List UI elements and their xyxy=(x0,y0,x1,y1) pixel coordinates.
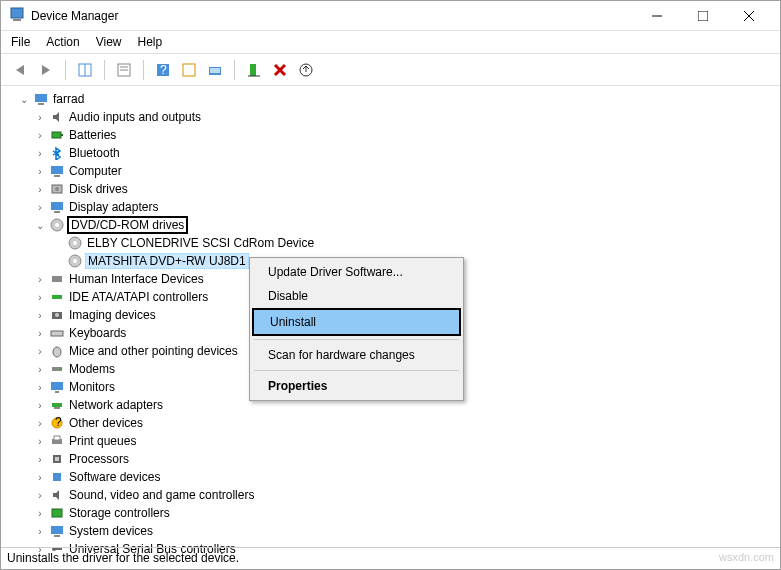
expand-icon[interactable]: › xyxy=(33,508,47,519)
disc-icon xyxy=(67,235,83,251)
svg-point-41 xyxy=(60,368,62,370)
svg-rect-53 xyxy=(52,509,62,517)
expand-icon[interactable]: › xyxy=(33,418,47,429)
expand-icon[interactable]: › xyxy=(33,364,47,375)
tree-dvd-category[interactable]: ⌄ DVD/CD-ROM drives xyxy=(3,216,778,234)
tree-item-label: Audio inputs and outputs xyxy=(67,110,203,124)
device-icon xyxy=(49,163,65,179)
expand-icon[interactable]: › xyxy=(33,166,47,177)
tree-item-label: Software devices xyxy=(67,470,162,484)
tree-item-label: Bluetooth xyxy=(67,146,122,160)
expand-icon[interactable]: › xyxy=(33,130,47,141)
svg-rect-26 xyxy=(51,202,63,210)
tree-item-label: Modems xyxy=(67,362,117,376)
context-uninstall[interactable]: Uninstall xyxy=(252,308,461,336)
tree-item[interactable]: ›Storage controllers xyxy=(3,504,778,522)
maximize-button[interactable] xyxy=(680,1,726,31)
tree-item-label: Mice and other pointing devices xyxy=(67,344,240,358)
status-bar: Uninstalls the driver for the selected d… xyxy=(1,547,780,569)
tree-item[interactable]: ›Batteries xyxy=(3,126,778,144)
expand-icon[interactable]: › xyxy=(33,202,47,213)
menu-action[interactable]: Action xyxy=(46,35,79,49)
device-icon xyxy=(49,505,65,521)
title-bar: Device Manager xyxy=(1,1,780,31)
expand-icon[interactable]: › xyxy=(33,436,47,447)
expand-icon[interactable]: › xyxy=(33,292,47,303)
expand-icon[interactable]: › xyxy=(33,472,47,483)
computer-icon xyxy=(33,91,49,107)
tree-item[interactable]: ›Display adapters xyxy=(3,198,778,216)
tree-item[interactable]: ›Computer xyxy=(3,162,778,180)
tree-item[interactable]: ›System devices xyxy=(3,522,778,540)
context-menu: Update Driver Software... Disable Uninst… xyxy=(249,257,464,401)
svg-text:?: ? xyxy=(160,63,167,77)
tree-item-label: Disk drives xyxy=(67,182,130,196)
context-disable[interactable]: Disable xyxy=(252,284,461,308)
tree-item[interactable]: ›Processors xyxy=(3,450,778,468)
device-icon xyxy=(49,109,65,125)
forward-button[interactable] xyxy=(35,59,57,81)
svg-rect-49 xyxy=(54,436,60,440)
properties-icon[interactable] xyxy=(113,59,135,81)
expand-icon[interactable]: › xyxy=(33,184,47,195)
expand-icon[interactable]: › xyxy=(33,328,47,339)
expand-icon[interactable]: › xyxy=(33,382,47,393)
tree-dvd-child[interactable]: ELBY CLONEDRIVE SCSI CdRom Device xyxy=(3,234,778,252)
tree-item[interactable]: ›Sound, video and game controllers xyxy=(3,486,778,504)
help-icon[interactable]: ? xyxy=(152,59,174,81)
tree-item[interactable]: ›Print queues xyxy=(3,432,778,450)
context-properties[interactable]: Properties xyxy=(252,374,461,398)
tree-item-label: Human Interface Devices xyxy=(67,272,206,286)
tree-item[interactable]: ›Bluetooth xyxy=(3,144,778,162)
expand-icon[interactable]: › xyxy=(33,526,47,537)
context-scan[interactable]: Scan for hardware changes xyxy=(252,343,461,367)
tree-item-label: Storage controllers xyxy=(67,506,172,520)
tree-item[interactable]: ›?Other devices xyxy=(3,414,778,432)
back-button[interactable] xyxy=(9,59,31,81)
context-separator xyxy=(254,370,459,371)
svg-rect-21 xyxy=(61,134,63,136)
expand-icon[interactable]: › xyxy=(33,490,47,501)
svg-rect-23 xyxy=(54,175,60,177)
svg-rect-43 xyxy=(55,391,59,393)
device-icon xyxy=(49,523,65,539)
svg-rect-45 xyxy=(54,407,60,409)
expand-icon[interactable]: › xyxy=(33,310,47,321)
toolbar: ? xyxy=(1,54,780,86)
device-icon xyxy=(49,145,65,161)
svg-point-37 xyxy=(55,313,59,317)
device-icon xyxy=(49,451,65,467)
device-icon xyxy=(49,469,65,485)
expand-icon[interactable]: ⌄ xyxy=(17,94,31,105)
expand-icon[interactable]: › xyxy=(33,346,47,357)
tree-root[interactable]: ⌄ farrad xyxy=(3,90,778,108)
scan-icon[interactable] xyxy=(204,59,226,81)
action-icon[interactable] xyxy=(178,59,200,81)
app-icon xyxy=(9,6,25,25)
expand-icon[interactable]: › xyxy=(33,454,47,465)
tree-item-label: Network adapters xyxy=(67,398,165,412)
watermark: wsxdn.com xyxy=(719,551,774,566)
expand-icon[interactable]: › xyxy=(33,274,47,285)
menu-file[interactable]: File xyxy=(11,35,30,49)
expand-icon[interactable]: › xyxy=(33,400,47,411)
menu-view[interactable]: View xyxy=(96,35,122,49)
uninstall-icon[interactable] xyxy=(269,59,291,81)
tree-item-label: Display adapters xyxy=(67,200,160,214)
enable-icon[interactable] xyxy=(243,59,265,81)
tree-item[interactable]: ›Disk drives xyxy=(3,180,778,198)
tree-item[interactable]: ›Software devices xyxy=(3,468,778,486)
svg-rect-42 xyxy=(51,382,63,390)
device-icon xyxy=(49,343,65,359)
close-button[interactable] xyxy=(726,1,772,31)
show-hide-icon[interactable] xyxy=(74,59,96,81)
context-update[interactable]: Update Driver Software... xyxy=(252,260,461,284)
minimize-button[interactable] xyxy=(634,1,680,31)
tree-item[interactable]: ›Audio inputs and outputs xyxy=(3,108,778,126)
expand-icon[interactable]: ⌄ xyxy=(33,220,47,231)
device-icon xyxy=(49,127,65,143)
update-icon[interactable] xyxy=(295,59,317,81)
expand-icon[interactable]: › xyxy=(33,112,47,123)
menu-help[interactable]: Help xyxy=(138,35,163,49)
expand-icon[interactable]: › xyxy=(33,148,47,159)
